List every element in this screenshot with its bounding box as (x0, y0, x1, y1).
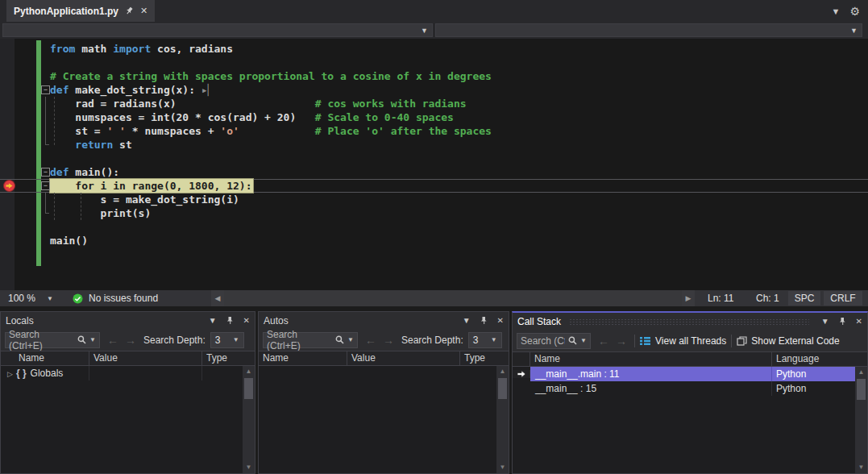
fold-collapse-icon[interactable]: − (41, 181, 50, 190)
breakpoint-current-statement-icon[interactable] (3, 180, 15, 192)
chevron-down-icon[interactable]: ▼ (347, 336, 354, 343)
code-line[interactable]: from math import cos, radians (0, 42, 868, 56)
code-line[interactable] (0, 152, 868, 165)
fold-collapse-icon[interactable]: − (41, 85, 50, 94)
chevron-down-icon[interactable]: ▼ (580, 337, 587, 344)
column-header-type[interactable]: Type (460, 351, 509, 365)
stack-frame-row[interactable]: __main__ : 15Python (513, 381, 855, 396)
window-position-chevron-icon[interactable]: ▼ (209, 316, 217, 325)
spaces-toggle-button[interactable]: SPC (788, 291, 820, 306)
locals-title-bar[interactable]: Locals ▼ ✕ (1, 312, 255, 329)
code-line[interactable] (0, 56, 868, 69)
code-line[interactable] (0, 247, 868, 261)
code-line[interactable] (0, 220, 868, 234)
code-line[interactable]: s = make_dot_string(i) (0, 193, 868, 206)
code-line[interactable]: −def main(): (0, 165, 868, 179)
scroll-down-icon[interactable]: ▼ (246, 462, 252, 473)
pin-icon[interactable] (480, 316, 488, 325)
code-line[interactable]: print(s) (0, 206, 868, 220)
pin-icon[interactable] (125, 6, 134, 15)
code-line[interactable]: return st (0, 138, 868, 152)
search-input[interactable]: Search (Ctrl ▼ (517, 333, 591, 349)
chevron-down-icon[interactable]: ▼ (89, 336, 96, 343)
chevron-down-icon: ▼ (491, 336, 497, 343)
variable-name-cell[interactable]: ▷{ }Globals (1, 366, 89, 380)
code-line[interactable]: − for i in range(0, 1800, 12): (0, 179, 868, 193)
search-input[interactable]: Search (Ctrl+E) ▼ (5, 332, 100, 348)
column-header-value[interactable]: Value (347, 351, 460, 365)
column-header-value[interactable]: Value (89, 351, 202, 365)
code-editor[interactable]: from math import cos, radians# Create a … (0, 39, 868, 290)
close-icon[interactable]: ✕ (856, 317, 862, 326)
document-list-chevron-icon[interactable]: ▼ (832, 6, 841, 16)
frame-language-cell[interactable]: Python (772, 381, 855, 396)
fold-collapse-icon[interactable]: − (41, 168, 50, 177)
frame-name-cell[interactable]: __main__.main : 11 (530, 367, 772, 381)
search-depth-dropdown[interactable]: 3 ▼ (468, 332, 502, 348)
code-text: s = make_dot_string(i) (50, 193, 239, 206)
frame-name-cell[interactable]: __main__ : 15 (530, 381, 772, 396)
scrollbar-thumb[interactable] (244, 378, 253, 399)
types-dropdown[interactable]: ▼ (2, 23, 433, 37)
code-line[interactable]: rad = radians(x) # cos works with radian… (0, 97, 868, 110)
code-line[interactable]: # Create a string with spaces proportion… (0, 69, 868, 83)
search-next-icon[interactable]: → (125, 334, 136, 347)
search-prev-icon[interactable]: ← (598, 335, 609, 347)
hscroll-track[interactable] (224, 290, 682, 306)
search-depth-dropdown[interactable]: 3 ▼ (210, 332, 244, 348)
stack-frame-row[interactable]: __main__.main : 11Python (513, 367, 855, 381)
scroll-up-icon[interactable]: ▲ (246, 366, 252, 377)
close-icon[interactable]: ✕ (140, 6, 147, 15)
search-input[interactable]: Search (Ctrl+E) ▼ (263, 332, 358, 348)
variable-type-cell[interactable] (202, 366, 243, 380)
locals-scrollbar[interactable]: ▲ ▼ (243, 366, 255, 473)
search-prev-icon[interactable]: ← (365, 334, 376, 347)
variable-row[interactable]: ▷{ }Globals (1, 366, 243, 380)
code-line[interactable]: numspaces = int(20 * cos(rad) + 20) # Sc… (0, 110, 868, 124)
scrollbar-thumb[interactable] (857, 379, 866, 400)
close-icon[interactable]: ✕ (243, 316, 250, 325)
search-prev-icon[interactable]: ← (107, 334, 118, 347)
call-stack-grid-header[interactable]: Name Language (513, 351, 867, 367)
line-ending-button[interactable]: CRLF (824, 291, 862, 306)
scroll-down-icon[interactable]: ▼ (858, 462, 865, 473)
tab-pythonapplication1[interactable]: PythonApplication1.py ✕ (6, 0, 155, 22)
column-header-language[interactable]: Language (772, 352, 867, 366)
window-position-chevron-icon[interactable]: ▼ (821, 317, 829, 326)
column-header-type[interactable]: Type (202, 351, 255, 365)
frame-language-cell[interactable]: Python (772, 367, 855, 381)
scroll-up-icon[interactable]: ▲ (500, 366, 506, 377)
autos-scrollbar[interactable]: ▲ ▼ (496, 366, 509, 473)
pin-icon[interactable] (838, 317, 847, 326)
expander-icon[interactable]: ▷ (7, 370, 13, 378)
pin-icon[interactable] (226, 316, 235, 325)
call-stack-scrollbar[interactable]: ▲ ▼ (855, 367, 867, 473)
code-line[interactable]: st = ' ' * numspaces + 'o' # Place 'o' a… (0, 124, 868, 138)
scrollbar-thumb[interactable] (498, 378, 507, 399)
members-dropdown[interactable]: ▼ (435, 23, 862, 37)
hscroll-right-arrow[interactable]: ▶ (682, 290, 695, 306)
zoom-level-dropdown[interactable]: 100 % ▼ (3, 290, 53, 306)
code-line[interactable]: main() (0, 234, 868, 247)
search-next-icon[interactable]: → (616, 335, 627, 347)
code-line[interactable]: −def make_dot_string(x): ▸▏ (0, 83, 868, 97)
view-all-threads-button[interactable]: View all Threads (640, 335, 726, 347)
variable-value-cell[interactable] (89, 366, 202, 380)
issues-indicator[interactable]: No issues found (73, 290, 158, 306)
drag-grip[interactable] (569, 318, 809, 325)
scroll-down-icon[interactable]: ▼ (500, 462, 506, 473)
autos-title-bar[interactable]: Autos ▼ ✕ (259, 312, 509, 329)
hscroll-left-arrow[interactable]: ◀ (211, 290, 224, 306)
column-header-name[interactable]: Name (1, 351, 89, 365)
locals-grid-header[interactable]: Name Value Type (1, 351, 255, 366)
options-gear-icon[interactable]: ⚙ (849, 5, 860, 18)
column-header-name[interactable]: Name (530, 352, 772, 366)
close-icon[interactable]: ✕ (497, 316, 504, 325)
scroll-up-icon[interactable]: ▲ (858, 367, 865, 378)
search-next-icon[interactable]: → (383, 334, 394, 347)
call-stack-title-bar[interactable]: Call Stack ▼ ✕ (513, 313, 867, 330)
window-position-chevron-icon[interactable]: ▼ (463, 316, 471, 325)
column-header-name[interactable]: Name (259, 351, 347, 365)
autos-grid-header[interactable]: Name Value Type (259, 351, 509, 366)
show-external-code-button[interactable]: Show External Code (737, 335, 839, 347)
